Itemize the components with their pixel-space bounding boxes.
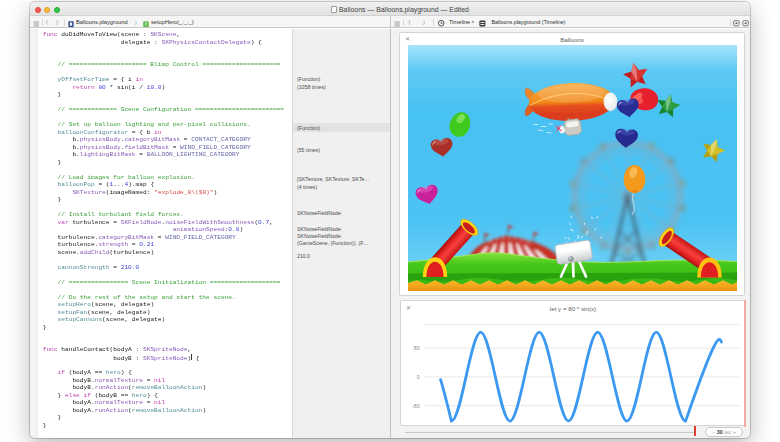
svg-text:0: 0 bbox=[417, 374, 420, 380]
svg-text:-80: -80 bbox=[412, 402, 420, 408]
svg-text:80: 80 bbox=[414, 345, 420, 351]
